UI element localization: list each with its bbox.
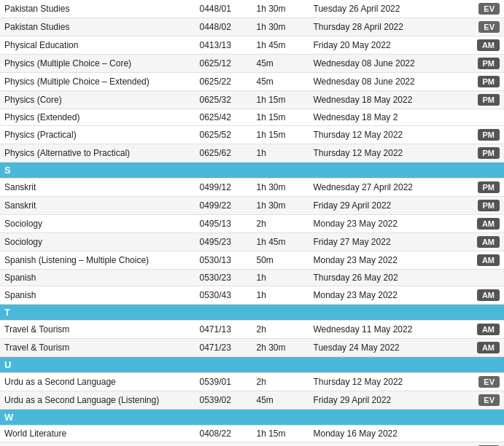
table-row: Physics (Extended) 0625/42 1h 15m Wednes…	[0, 109, 504, 126]
table-row: Physical Education 0413/13 1h 45m Friday…	[0, 36, 504, 55]
table-row: Sociology 0495/23 1h 45m Friday 27 May 2…	[0, 233, 504, 251]
section-letter: W	[0, 410, 504, 426]
session-cell: PM	[460, 91, 504, 109]
date-cell: Monday 16 May 2022	[309, 426, 460, 442]
duration-cell: 2h	[252, 373, 309, 391]
duration-cell: 45m	[252, 391, 309, 410]
table-row: Sanskrit 0499/22 1h 30m Friday 29 April …	[0, 197, 504, 215]
section-letter: S	[0, 163, 504, 179]
table-row: Travel & Tourism 0471/23 2h 30m Tuesday …	[0, 339, 504, 357]
date-cell: Friday 29 April 2022	[309, 391, 460, 410]
session-cell: PM	[460, 179, 504, 197]
section-letter: T	[0, 305, 504, 321]
table-row: World Literature 0408/32 1h 30m Friday 2…	[0, 442, 504, 447]
session-cell: AM	[460, 321, 504, 339]
subject-cell: Travel & Tourism	[0, 339, 195, 357]
table-row: Physics (Multiple Choice – Core) 0625/12…	[0, 55, 504, 73]
subject-cell: World Literature	[0, 426, 195, 442]
session-badge: EV	[478, 21, 500, 33]
subject-cell: Physics (Core)	[0, 91, 195, 109]
code-cell: 0499/22	[195, 197, 252, 215]
date-cell: Wednesday 08 June 2022	[309, 73, 460, 91]
duration-cell: 1h	[252, 270, 309, 286]
session-badge: AM	[477, 218, 500, 230]
duration-cell: 2h	[252, 321, 309, 339]
subject-cell: Sanskrit	[0, 179, 195, 197]
subject-cell: Physics (Alternative to Practical)	[0, 144, 195, 163]
code-cell: 0495/13	[195, 215, 252, 233]
session-badge: PM	[478, 76, 500, 87]
code-cell: 0448/01	[195, 0, 252, 18]
session-badge: PM	[478, 129, 500, 141]
section-header: S	[0, 163, 504, 179]
duration-cell: 1h 15m	[252, 109, 309, 126]
duration-cell: 1h	[252, 144, 309, 163]
table-row: Pakistan Studies 0448/02 1h 30m Thursday…	[0, 18, 504, 36]
session-badge: EV	[478, 376, 500, 388]
session-badge: AM	[477, 254, 500, 266]
duration-cell: 1h 15m	[252, 426, 309, 442]
session-badge: AM	[477, 342, 500, 353]
date-cell: Friday 20 May 2022	[309, 442, 460, 447]
table-row: Physics (Practical) 0625/52 1h 15m Thurs…	[0, 126, 504, 144]
code-cell: 0471/23	[195, 339, 252, 357]
code-cell: 0530/13	[195, 251, 252, 270]
session-cell: EV	[460, 0, 504, 18]
table-row: Urdu as a Second Language 0539/01 2h Thu…	[0, 373, 504, 391]
date-cell: Thursday 28 April 2022	[309, 18, 460, 36]
date-cell: Tuesday 24 May 2022	[309, 339, 460, 357]
section-header: T	[0, 305, 504, 321]
table-row: Urdu as a Second Language (Listening) 05…	[0, 391, 504, 410]
session-cell: AM	[460, 339, 504, 357]
code-cell: 0413/13	[195, 36, 252, 55]
subject-cell: World Literature	[0, 442, 195, 447]
subject-cell: Sociology	[0, 233, 195, 251]
table-row: Pakistan Studies 0448/01 1h 30m Tuesday …	[0, 0, 504, 18]
session-cell: PM	[460, 144, 504, 163]
date-cell: Thursday 12 May 2022	[309, 373, 460, 391]
subject-cell: Physics (Extended)	[0, 109, 195, 126]
code-cell: 0495/23	[195, 233, 252, 251]
subject-cell: Pakistan Studies	[0, 18, 195, 36]
table-row: Sociology 0495/13 2h Monday 23 May 2022 …	[0, 215, 504, 233]
subject-cell: Physics (Practical)	[0, 126, 195, 144]
session-cell	[460, 426, 504, 442]
duration-cell: 1h 30m	[252, 442, 309, 447]
duration-cell: 1h 45m	[252, 233, 309, 251]
date-cell: Thursday 26 May 202	[309, 270, 460, 286]
subject-cell: Spanish	[0, 270, 195, 286]
date-cell: Wednesday 11 May 2022	[309, 321, 460, 339]
code-cell: 0625/32	[195, 91, 252, 109]
session-badge: PM	[478, 181, 500, 193]
duration-cell: 1h 30m	[252, 179, 309, 197]
date-cell: Monday 23 May 2022	[309, 286, 460, 305]
session-cell: PM	[460, 55, 504, 73]
session-cell: AM	[460, 233, 504, 251]
date-cell: Monday 23 May 2022	[309, 251, 460, 270]
session-cell	[460, 109, 504, 126]
date-cell: Tuesday 26 April 2022	[309, 0, 460, 18]
duration-cell: 1h 15m	[252, 91, 309, 109]
section-header: U	[0, 357, 504, 373]
date-cell: Wednesday 18 May 2022	[309, 91, 460, 109]
duration-cell: 1h 30m	[252, 0, 309, 18]
table-row: Spanish 0530/23 1h Thursday 26 May 202	[0, 270, 504, 286]
code-cell: 0539/01	[195, 373, 252, 391]
session-badge: PM	[478, 94, 500, 106]
table-row: Physics (Core) 0625/32 1h 15m Wednesday …	[0, 91, 504, 109]
code-cell: 0408/22	[195, 426, 252, 442]
table-row: World Literature 0408/22 1h 15m Monday 1…	[0, 426, 504, 442]
subject-cell: Sanskrit	[0, 197, 195, 215]
duration-cell: 1h 30m	[252, 197, 309, 215]
code-cell: 0625/62	[195, 144, 252, 163]
code-cell: 0625/22	[195, 73, 252, 91]
subject-cell: Spanish	[0, 286, 195, 305]
session-badge: AM	[477, 324, 500, 335]
session-cell: AM	[460, 251, 504, 270]
subject-cell: Physics (Multiple Choice – Extended)	[0, 73, 195, 91]
subject-cell: Urdu as a Second Language	[0, 373, 195, 391]
code-cell: 0625/42	[195, 109, 252, 126]
session-badge: AM	[477, 236, 500, 248]
table-row: Sanskrit 0499/12 1h 30m Wednesday 27 Apr…	[0, 179, 504, 197]
subject-cell: Spanish (Listening – Multiple Choice)	[0, 251, 195, 270]
